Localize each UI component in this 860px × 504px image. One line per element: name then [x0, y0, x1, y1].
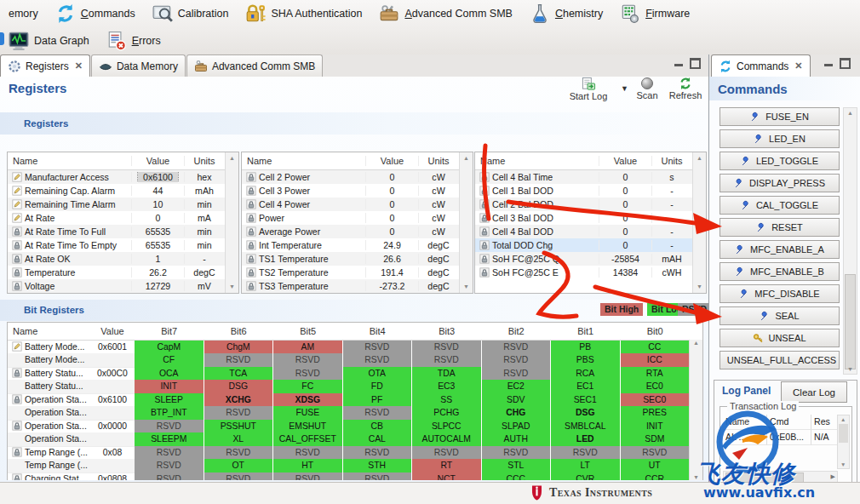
bit-cell-xdsg[interactable]: XDSG	[273, 393, 343, 408]
bit-cell-rsvd[interactable]: RSVD	[204, 353, 274, 368]
bit-cell-rsvd[interactable]: RSVD	[343, 406, 413, 421]
bit-cell-am[interactable]: AM	[273, 341, 343, 355]
txn-cell-cmd[interactable]: 0xE0B...	[767, 430, 811, 445]
close-icon[interactable]: ✕	[794, 60, 802, 72]
bit-cell-fd[interactable]: FD	[343, 380, 413, 394]
bit-cell-pchg[interactable]: PCHG	[412, 406, 482, 421]
bit-cell-rsvd[interactable]: RSVD	[135, 459, 204, 473]
register-row-power[interactable]: Power0cW	[242, 211, 473, 225]
bit-cell-capm[interactable]: CapM	[135, 341, 204, 355]
scan-button[interactable]: Scan	[630, 77, 664, 100]
bit-table-scrollbar[interactable]: ▲▼	[689, 340, 702, 480]
bit-cell-init[interactable]: INIT	[621, 420, 691, 434]
clear-log-button[interactable]: Clear Log	[781, 381, 847, 403]
bit-cell-btp-int[interactable]: BTP_INT	[135, 406, 204, 421]
command-button-mfc-enable-a[interactable]: MFC_ENABLE_A	[720, 240, 840, 259]
bit-cell-rsvd[interactable]: RSVD	[135, 446, 204, 461]
bit-cell-cb[interactable]: CB	[343, 420, 413, 434]
register-row-ts2-temperature[interactable]: TS2 Temperature191.4degC	[242, 266, 473, 279]
register-row-cell-3-power[interactable]: Cell 3 Power0cW	[242, 184, 473, 198]
bit-cell-smblcal[interactable]: SMBLCAL	[551, 420, 621, 434]
register-row-remaining-cap-alarm[interactable]: Remaining Cap. Alarm44mAh	[8, 184, 238, 198]
command-button-led-en[interactable]: LED_EN	[720, 129, 840, 148]
bit-cell-rsvd[interactable]: RSVD	[412, 353, 482, 368]
bit-cell-ss[interactable]: SS	[412, 393, 482, 408]
bit-row-operation-sta[interactable]: Operation Sta...0x6100SLEEPXCHGXDSGPFSSS…	[8, 393, 702, 407]
bit-row-battery-mode[interactable]: Battery Mode...CFRSVDRSVDRSVDRSVDRSVDPBS…	[8, 354, 702, 368]
command-button-seal[interactable]: SEAL	[720, 306, 840, 325]
bit-cell-ot[interactable]: OT	[204, 459, 274, 473]
tab-advanced-comm-smb[interactable]: Advanced Comm SMB	[186, 54, 323, 77]
bit-cell-rsvd[interactable]: RSVD	[135, 420, 204, 434]
bit-cell-tca[interactable]: TCA	[204, 367, 274, 381]
command-button-unseal[interactable]: UNSEAL	[720, 329, 840, 347]
register-row-cell-3-bal-dod[interactable]: Cell 3 Bal DOD0-	[475, 211, 706, 225]
bit-cell-rca[interactable]: RCA	[551, 367, 621, 381]
bit-cell-emshut[interactable]: EMSHUT	[273, 420, 343, 434]
bit-cell-auth[interactable]: AUTH	[482, 432, 552, 447]
minimize-icon[interactable]	[674, 61, 683, 66]
toolbar-item-emory[interactable]: emory	[0, 0, 47, 27]
bit-cell-rsvd[interactable]: RSVD	[135, 472, 204, 481]
minimize-icon[interactable]	[824, 61, 833, 66]
bit-cell-rsvd[interactable]: RSVD	[204, 472, 274, 481]
maximize-icon[interactable]	[840, 58, 851, 69]
tab-data-memory[interactable]: Data Memory	[91, 54, 186, 77]
tab-registers[interactable]: Registers✕	[0, 54, 90, 77]
bit-cell-rsvd[interactable]: RSVD	[482, 353, 552, 368]
table-scrollbar[interactable]: ▲▼	[692, 152, 706, 293]
scroll-down-icon[interactable]: ▼	[847, 366, 853, 372]
bit-cell-xl[interactable]: XL	[204, 432, 274, 447]
tab-commands[interactable]: Commands✕	[711, 54, 811, 77]
bit-cell-rsvd[interactable]: RSVD	[273, 446, 343, 461]
bit-cell-nct[interactable]: NCT	[412, 472, 482, 481]
register-row-soh-fc-25c-q[interactable]: SoH FC@25C Q-25854mAH	[475, 252, 706, 266]
bit-cell-init[interactable]: INIT	[135, 380, 204, 394]
bit-cell-rsvd[interactable]: RSVD	[482, 341, 552, 355]
register-row-cell-4-bal-time[interactable]: Cell 4 Bal Time0s	[475, 170, 706, 184]
bit-cell-rsvd[interactable]: RSVD	[621, 446, 691, 461]
bit-row-temp-range[interactable]: Temp Range (...0x08RSVDRSVDRSVDRSVDRSVDR…	[8, 446, 702, 460]
command-button-fuse-en[interactable]: FUSE_EN	[720, 107, 840, 126]
register-row-cell-2-power[interactable]: Cell 2 Power0cW	[242, 170, 473, 184]
bit-cell-sdm[interactable]: SDM	[621, 432, 691, 447]
bit-cell-ec1[interactable]: EC1	[551, 380, 621, 394]
toolbar-item-sha-authentication[interactable]: SHA Authentication	[237, 0, 370, 27]
bit-cell-fuse[interactable]: FUSE	[273, 406, 343, 421]
bit-cell-slpad[interactable]: SLPAD	[482, 420, 552, 434]
toolbar-item-data-graph[interactable]: Data Graph	[0, 27, 98, 54]
bit-cell-pbs[interactable]: PBS	[551, 353, 621, 368]
toolbar-item-firmware[interactable]: Firmware	[611, 0, 698, 27]
start-log-button[interactable]: Start Log	[558, 77, 619, 101]
bit-cell-stl[interactable]: STL	[482, 459, 552, 473]
register-row-at-rate-time-to-empty[interactable]: At Rate Time To Empty65535min	[8, 238, 238, 252]
bit-row-battery-statu[interactable]: Battery Statu...INITDSGFCFDEC3EC2EC1EC0	[8, 381, 702, 394]
bit-cell-xchg[interactable]: XCHG	[204, 393, 274, 408]
bit-cell-led[interactable]: LED	[551, 432, 621, 447]
bit-cell-rsvd[interactable]: RSVD	[343, 472, 413, 481]
bit-cell-psshut[interactable]: PSSHUT	[204, 420, 274, 434]
bit-row-charging-stat[interactable]: Charging Stat...0x0808RSVDRSVDRSVDRSVDNC…	[8, 472, 702, 480]
bit-row-temp-range[interactable]: Temp Range (...RSVDOTHTSTHRTSTLLTUT	[8, 460, 702, 473]
scroll-up-icon[interactable]: ▲	[847, 110, 853, 116]
toolbar-item-calibration[interactable]: Calibration	[144, 0, 238, 27]
bit-cell-rsvd[interactable]: RSVD	[273, 472, 343, 481]
command-button-mfc-enable-b[interactable]: MFC_ENABLE_B	[720, 262, 840, 281]
bit-row-battery-mode[interactable]: Battery Mode...0x6001CapMChgMAMRSVDRSVDR…	[8, 341, 702, 354]
scroll-up-icon[interactable]: ▲	[840, 416, 846, 422]
bit-cell-rsvd[interactable]: RSVD	[412, 341, 482, 355]
table-scrollbar[interactable]: ▲▼	[459, 152, 473, 293]
start-log-dropdown[interactable]: ▼	[621, 84, 628, 93]
bit-cell-sec1[interactable]: SEC1	[551, 393, 621, 408]
register-row-temperature[interactable]: Temperature26.2degC	[8, 266, 238, 279]
bit-cell-ec3[interactable]: EC3	[412, 380, 482, 394]
register-row-cell-4-bal-dod[interactable]: Cell 4 Bal DOD0-	[475, 225, 706, 238]
bit-cell-ut[interactable]: UT	[621, 459, 691, 473]
bit-cell-pf[interactable]: PF	[343, 393, 413, 408]
bit-cell-ccc[interactable]: CCC	[482, 472, 552, 481]
bit-cell-rsvd[interactable]: RSVD	[204, 446, 274, 461]
bit-cell-rsvd[interactable]: RSVD	[273, 353, 343, 368]
register-row-manufacturer-access[interactable]: Manufacturer Access0x6100hex	[8, 170, 238, 184]
bit-cell-rsvd[interactable]: RSVD	[551, 446, 621, 461]
bit-row-operation-sta[interactable]: Operation Sta...BTP_INTRSVDFUSERSVDPCHGC…	[8, 407, 702, 421]
